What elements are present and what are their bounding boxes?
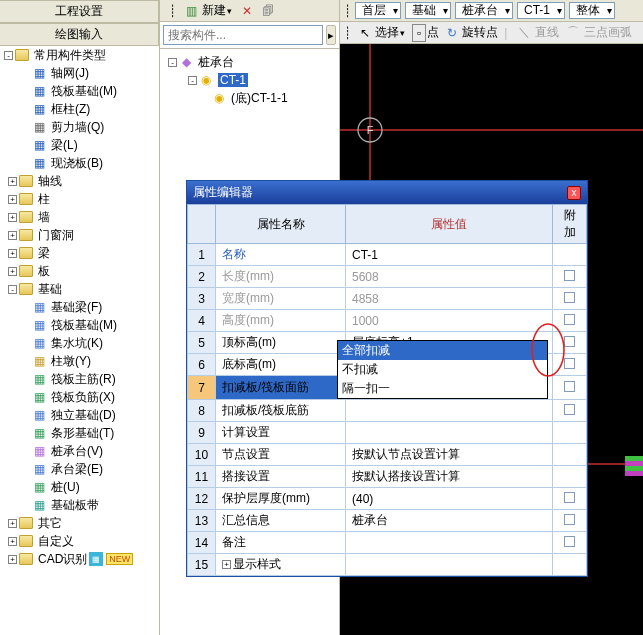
dropdown-option[interactable]: 不扣减 [338,360,547,379]
tree-item[interactable]: ▦条形基础(T) [0,424,159,442]
plus-icon[interactable]: + [8,249,17,258]
mid-tree-ct1[interactable]: - ◉ CT-1 [160,71,339,89]
new-component-icon[interactable]: ▥ [182,2,201,20]
tree-item[interactable]: ▦基础梁(F) [0,298,159,316]
property-row[interactable]: 11搭接设置按默认搭接设置计算 [188,466,587,488]
tree-group[interactable]: +自定义 [0,532,159,550]
property-value[interactable]: 按默认搭接设置计算 [352,469,460,483]
property-value[interactable]: 1000 [352,314,379,328]
property-row[interactable]: 15+ 显示样式 [188,554,587,576]
rotate-point-button[interactable]: 旋转点 [462,24,498,41]
property-row[interactable]: 14备注 [188,532,587,554]
tree-group[interactable]: +柱 [0,190,159,208]
category-combo[interactable]: 基础 [405,2,451,19]
property-row[interactable]: 1名称CT-1 [188,244,587,266]
mode-combo[interactable]: 整体 [569,2,615,19]
tree-item[interactable]: ▦剪力墙(Q) [0,118,159,136]
minus-icon[interactable]: - [4,51,13,60]
mid-tree-root[interactable]: - ◆ 桩承台 [160,53,339,71]
property-value[interactable]: 按默认节点设置计算 [352,447,460,461]
checkbox[interactable] [564,492,575,503]
plus-icon[interactable]: + [222,560,231,569]
dropdown-option[interactable]: 全部扣减 [338,341,547,360]
property-value[interactable]: (40) [352,492,373,506]
tree-item[interactable]: ▦现浇板(B) [0,154,159,172]
tree-item[interactable]: ▦框柱(Z) [0,100,159,118]
dropdown-option[interactable]: 隔一扣一 [338,379,547,398]
checkbox[interactable] [564,381,575,392]
checkbox[interactable] [564,292,575,303]
tree-item[interactable]: ▦独立基础(D) [0,406,159,424]
plus-icon[interactable]: + [8,195,17,204]
checkbox[interactable] [564,514,575,525]
tree-item[interactable]: ▦轴网(J) [0,64,159,82]
new-button-label[interactable]: 新建 [202,2,226,19]
property-value[interactable]: 5608 [352,270,379,284]
property-row[interactable]: 9计算设置 [188,422,587,444]
tree-cad[interactable]: + CAD识别 ▦ NEW [0,550,159,568]
minus-icon[interactable]: - [188,76,197,85]
minus-icon[interactable]: - [8,285,17,294]
dialog-titlebar[interactable]: 属性编辑器 x [187,181,587,204]
tree-item[interactable]: ▦梁(L) [0,136,159,154]
property-value[interactable]: 桩承台 [352,513,388,527]
element-combo[interactable]: CT-1 [517,2,565,19]
panel-title-drawing[interactable]: 绘图输入 [0,23,159,46]
plus-icon[interactable]: + [8,519,17,528]
plus-icon[interactable]: + [8,267,17,276]
chevron-down-icon[interactable]: ▾ [400,28,405,38]
mid-tree-ct1-1[interactable]: ◉ (底)CT-1-1 [160,89,339,107]
plus-icon[interactable]: + [8,231,17,240]
property-row[interactable]: 10节点设置按默认节点设置计算 [188,444,587,466]
property-row[interactable]: 12保护层厚度(mm)(40) [188,488,587,510]
search-go-button[interactable]: ▸ [326,25,336,45]
tree-root[interactable]: - 常用构件类型 [0,46,159,64]
tree-item[interactable]: ▦桩承台(V) [0,442,159,460]
property-row[interactable]: 2长度(mm)5608 [188,266,587,288]
cursor-icon[interactable]: ↖ [356,24,374,42]
tree-group[interactable]: +板 [0,262,159,280]
property-value[interactable]: CT-1 [352,248,378,262]
close-icon[interactable]: x [567,186,581,200]
checkbox[interactable] [564,536,575,547]
tree-group[interactable]: +门窗洞 [0,226,159,244]
plus-icon[interactable]: + [8,177,17,186]
checkbox[interactable] [564,270,575,281]
tree-item[interactable]: ▦筏板主筋(R) [0,370,159,388]
copy-icon[interactable]: 🗐 [258,2,278,20]
search-input[interactable] [163,25,323,45]
delete-icon[interactable]: ✕ [238,2,256,20]
property-row[interactable]: 3宽度(mm)4858 [188,288,587,310]
property-row[interactable]: 4高度(mm)1000 [188,310,587,332]
tree-item[interactable]: ▦柱墩(Y) [0,352,159,370]
rotate-icon[interactable]: ↻ [443,24,461,42]
tree-item[interactable]: ▦承台梁(E) [0,460,159,478]
select-button[interactable]: 选择 [375,24,399,41]
tree-group[interactable]: +梁 [0,244,159,262]
tree-group[interactable]: +轴线 [0,172,159,190]
tree-group[interactable]: +其它 [0,514,159,532]
tree-item[interactable]: ▦筏板基础(M) [0,82,159,100]
checkbox[interactable] [564,404,575,415]
tree-item[interactable]: ▦筏板基础(M) [0,316,159,334]
floor-combo[interactable]: 首层 [355,2,401,19]
property-value[interactable]: 4858 [352,292,379,306]
plus-icon[interactable]: + [8,213,17,222]
point-button[interactable]: 点 [427,24,439,41]
panel-title-project[interactable]: 工程设置 [0,0,159,23]
minus-icon[interactable]: - [168,58,177,67]
property-row[interactable]: 8扣减板/筏板底筋 [188,400,587,422]
tree-item[interactable]: ▦桩(U) [0,478,159,496]
subcategory-combo[interactable]: 桩承台 [455,2,513,19]
tree-item[interactable]: ▦基础板带 [0,496,159,514]
tree-group-base[interactable]: - 基础 [0,280,159,298]
point-icon[interactable]: ▫ [412,24,426,42]
plus-icon[interactable]: + [8,555,17,564]
chevron-down-icon[interactable]: ▾ [227,6,232,16]
property-row[interactable]: 13汇总信息桩承台 [188,510,587,532]
tree-item[interactable]: ▦筏板负筋(X) [0,388,159,406]
plus-icon[interactable]: + [8,537,17,546]
tree-group[interactable]: +墙 [0,208,159,226]
tree-item[interactable]: ▦集水坑(K) [0,334,159,352]
dropdown-list[interactable]: 全部扣减不扣减隔一扣一 [337,340,548,399]
